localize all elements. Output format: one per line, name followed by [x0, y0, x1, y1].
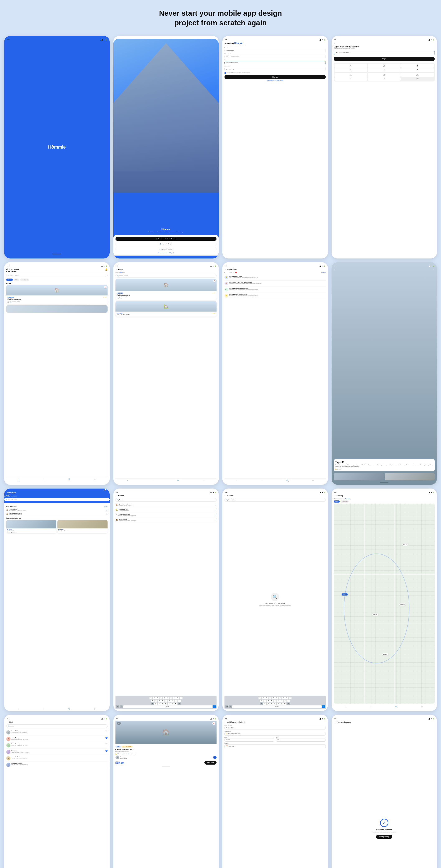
back-arrow-icon[interactable]: ←	[334, 42, 336, 44]
see-all-btn[interactable]: See All	[104, 506, 107, 507]
nav-disc-2[interactable]: 🔍	[177, 479, 179, 482]
terms-checkbox-row: I agree with Terms of Conditions and Pri…	[225, 72, 326, 74]
see-listing-btn[interactable]: See My Listing	[376, 835, 392, 839]
search-input-empty[interactable]: 🔍 Surabayac	[225, 498, 326, 502]
search-bar-home2[interactable]: 🔍 Search location	[115, 274, 217, 278]
nav-set-2[interactable]: ⚙	[203, 479, 205, 482]
num-key-del[interactable]: ⌫	[401, 77, 434, 81]
total-price: $310,999	[115, 762, 124, 764]
terms-checkbox[interactable]	[225, 72, 226, 74]
rec-card-2[interactable]: $310,999 Java Paris Malso	[58, 520, 107, 533]
nav-discover[interactable]: 🔍Discover	[68, 478, 71, 482]
result-item-4[interactable]: 🏨 Hotel Pelangi Montana Sawajjar Street …	[115, 517, 217, 522]
notif-item-1[interactable]: 💡 There are good deals Lots of great dea…	[225, 275, 326, 281]
num-key-6[interactable]: 6MNO	[401, 68, 434, 72]
heart-btn[interactable]: ♥	[104, 286, 107, 288]
num-key-5[interactable]: 5JKL	[368, 68, 401, 72]
heart-btn-2[interactable]: ♥	[213, 280, 216, 282]
recent-item-2[interactable]: 🏠 Cassablanca Ground Sawajjar Street 90,…	[6, 512, 107, 516]
map-tab-apartment[interactable]: Apartment	[340, 500, 349, 502]
map-area[interactable]: $78.43 $126.00 $351.00 $150.00 $106.00	[334, 504, 435, 704]
chat-back-btn[interactable]: ←	[6, 721, 8, 723]
price-pin-5[interactable]: $106.00	[382, 653, 388, 655]
search-back-btn[interactable]: ←	[115, 495, 117, 497]
nav-favorite[interactable]: ♡Favorite	[42, 478, 45, 482]
chat-item-6[interactable]: G Godsable Chagas We can meet at 10 PM m…	[6, 762, 107, 768]
card-number-input[interactable]: 💳 1234 9087 9992 3655	[225, 732, 326, 736]
success-area: ✓ Payment Success Your payment has been …	[334, 724, 435, 868]
nav-fav-2[interactable]: ♡	[152, 479, 154, 482]
chat-item-2[interactable]: A Anna Shvets 1 Do you need a house, wha…	[6, 736, 107, 742]
nav-search[interactable]: ⚙Search	[93, 478, 96, 482]
price-pin-1[interactable]: $78.43	[402, 544, 408, 546]
avatar-1: B	[6, 730, 10, 735]
search-input[interactable]: 🔍 Malang:	[115, 498, 217, 502]
num-key-7[interactable]: 7PQRS	[335, 73, 368, 77]
success-back-btn[interactable]: ←	[334, 721, 336, 723]
chat-search[interactable]: 🔍 Search	[6, 724, 107, 728]
num-key-3[interactable]: 3DEF	[401, 64, 434, 68]
login-facebook-btn[interactable]: f Login with Facebook	[115, 247, 217, 251]
continue-mobile-btn[interactable]: 📱 Continue with Mobile Number	[115, 237, 217, 241]
tab-home[interactable]: Home	[6, 279, 13, 281]
notif-item-4[interactable]: ⭐ The house with the best rating There a…	[225, 293, 326, 299]
email-input[interactable]: santiago@email.com	[225, 61, 326, 64]
password-input[interactable]: ●●●●●●●	[225, 67, 326, 71]
nav-home[interactable]: ⌂Home	[17, 478, 20, 482]
clear-all-btn[interactable]: Clear All	[321, 272, 326, 274]
login-google-btn[interactable]: G Login with Google	[115, 242, 217, 246]
result-item-3[interactable]: 🏛 The Grand Palace Montana Sawajjar Stre…	[115, 513, 217, 517]
search-bar[interactable]: 🔍 Search location	[6, 274, 107, 277]
mmyy-input[interactable]: 02/2021	[225, 738, 274, 742]
nav-home-2[interactable]: ⌂	[127, 479, 128, 482]
discover-search[interactable]: 🔍 Search location	[4, 498, 110, 501]
chat-item-1[interactable]: B Brian Zahid 21:41 Of course, See you o…	[6, 729, 107, 736]
rec-card-1[interactable]: $110,444 low+ Apartment Swiss Apartment	[6, 520, 56, 533]
price-pin-4[interactable]: $150.00	[399, 603, 406, 606]
property-card-home2-2[interactable]: 🏡 $359,787 ★ 4.5 Lippo Garden Home	[115, 301, 217, 316]
phone-splash: 9:41 ▲🔋 Hômmie	[4, 36, 110, 258]
result-item-2[interactable]: 🏡 Songgorti Villa Jl. Songgoriti, Malang…	[115, 507, 217, 513]
price-pin-2[interactable]: $126.00	[342, 593, 348, 595]
map-tab-home[interactable]: Home	[334, 500, 340, 502]
empty-back-btn[interactable]: ←	[225, 495, 227, 497]
notif-item-2[interactable]: 🏠 Immediately check your dream house Imm…	[225, 281, 326, 287]
num-key-star[interactable]: *	[335, 77, 368, 81]
chat-item-5[interactable]: J Jane Kardashan We can meet at 10 PM mo…	[6, 755, 107, 762]
notif-item-3[interactable]: 🏷 The house is being discounted There ar…	[225, 287, 326, 293]
num-key-2[interactable]: 2ABC	[368, 64, 401, 68]
back-btn[interactable]: ←	[115, 268, 117, 271]
notif-back-btn[interactable]: ←	[225, 268, 227, 271]
card-name-input[interactable]: Santiago Arias	[225, 726, 326, 730]
num-key-8[interactable]: 8TUV	[368, 73, 401, 77]
home2-header: ← Home	[115, 268, 217, 271]
detail-heart-btn[interactable]: ♥	[212, 722, 215, 724]
phone-input[interactable]: Phone number	[230, 55, 326, 58]
contact-btn[interactable]: 📞	[213, 756, 216, 759]
rent-now-btn[interactable]: Rent Now	[204, 761, 216, 765]
signup-btn[interactable]: Sign Up	[225, 75, 326, 79]
payment-back-btn[interactable]: ←	[225, 721, 227, 723]
login-btn[interactable]: Login	[334, 57, 435, 61]
tab-apartment[interactable]: Apartment	[20, 279, 29, 281]
property-card-1[interactable]: 🏠 ♥ $310,999 ★ 4.0 low+ Home Cassablanca…	[6, 285, 107, 304]
num-key-4[interactable]: 4GHI	[335, 68, 368, 72]
cvc-input[interactable]: 999	[276, 738, 326, 742]
recent-item-1[interactable]: 🏠 Jakarta Home Jl.Lembah Akar No.Dept 10…	[6, 508, 107, 512]
num-key-0[interactable]: 0	[368, 77, 401, 81]
result-item-1[interactable]: 🏠 Cassablanca Ground ↗	[115, 503, 217, 507]
chat-item-3[interactable]: E Eden Hazard 11:20 No longer negotiable…	[6, 742, 107, 749]
full-name-input[interactable]: Santiago Arias	[225, 49, 326, 52]
num-key-9[interactable]: 9WXYZ	[401, 73, 434, 77]
login-phone-status: 9:41 ▲🔋	[334, 39, 435, 41]
keyboard: QWERTYUIOP ASDFGHJKL ⇧ZXCVBNM⌫ 123♦space…	[115, 696, 217, 709]
chat-item-4[interactable]: L Laurence 2 Strategic house, closer to …	[6, 749, 107, 755]
detail-back-btn[interactable]: ←	[117, 722, 121, 724]
country-code[interactable]: +62	[225, 55, 229, 58]
property-card-home2-1[interactable]: 🏠 ♥ $310,999 ★ 4.0 low+ Home Cassablanca…	[115, 279, 217, 300]
price-pin-3[interactable]: $351.00	[372, 614, 378, 616]
notification-bell-icon[interactable]: 🔔	[105, 268, 107, 271]
num-key-1[interactable]: 1	[335, 64, 368, 68]
tab-villa[interactable]: Villa	[13, 279, 19, 281]
country-select[interactable]: 🇮🇩 Indonesia ▾	[225, 744, 326, 748]
